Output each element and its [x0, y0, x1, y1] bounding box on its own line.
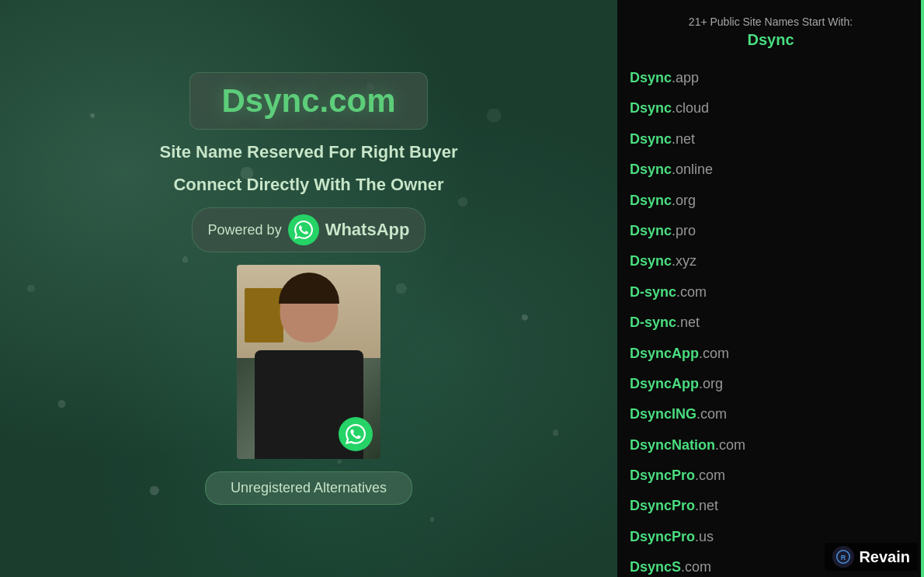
domain-regular-part: .com	[695, 468, 725, 483]
domain-bold-part: DsyncING	[630, 406, 696, 422]
left-content: Dsync.com Site Name Reserved For Right B…	[0, 0, 617, 577]
domain-bold-part: DsyncPro	[630, 468, 695, 483]
domain-list-item[interactable]: DsyncPro.net	[630, 491, 912, 521]
domain-list-item[interactable]: Dsync.xyz	[630, 246, 912, 276]
domain-list-item[interactable]: Dsync.app	[630, 63, 912, 93]
domain-list-item[interactable]: DsyncING.com	[630, 399, 912, 429]
domain-regular-part: .cloud	[672, 100, 709, 116]
avatar-container[interactable]	[237, 265, 380, 459]
right-header: 21+ Public Site Names Start With: Dsync	[617, 0, 924, 57]
domain-bold-part: Dsync	[630, 223, 672, 238]
domain-regular-part: .com	[696, 406, 727, 422]
domain-list-item[interactable]: D-sync.com	[630, 277, 912, 308]
domain-bold-part: Dsync	[630, 253, 672, 269]
domain-regular-part: .com	[681, 559, 711, 575]
scroll-indicator	[921, 0, 924, 577]
whatsapp-button[interactable]: Powered by WhatsApp	[192, 207, 426, 252]
domain-regular-part: .org	[672, 193, 696, 208]
domain-bold-part: Dsync	[630, 162, 672, 177]
domain-regular-part: .online	[672, 162, 713, 177]
revain-label: Revain	[859, 548, 910, 566]
domain-bold-part: Dsync	[630, 131, 672, 147]
domain-list-item[interactable]: Dsync.org	[630, 186, 912, 216]
tagline-connect: Connect Directly With The Owner	[173, 175, 443, 195]
revain-badge: R Revain	[825, 543, 918, 571]
domain-list-item[interactable]: DsyncApp.com	[630, 339, 912, 369]
domain-bold-part: DsyncApp	[630, 346, 699, 361]
domain-list-item[interactable]: Dsync.cloud	[630, 93, 912, 123]
domain-title-box: Dsync.com	[189, 72, 427, 130]
domain-bold-part: DsyncPro	[630, 529, 695, 544]
powered-by-text: Powered by	[208, 222, 282, 238]
domain-bold-part: D-sync	[630, 284, 676, 300]
domain-title: Dsync.com	[221, 82, 395, 120]
domain-regular-part: .net	[676, 315, 700, 330]
right-panel: 21+ Public Site Names Start With: Dsync …	[617, 0, 924, 577]
avatar-whatsapp-badge[interactable]	[339, 417, 373, 451]
domain-regular-part: .net	[695, 498, 718, 513]
domain-list-item[interactable]: Dsync.online	[630, 155, 912, 185]
domain-bold-part: DsyncPro	[630, 498, 695, 513]
domain-bold-part: DsyncApp	[630, 376, 699, 391]
domain-regular-part: .net	[672, 131, 695, 147]
domain-bold-part: Dsync	[630, 100, 672, 116]
left-panel: Dsync.com Site Name Reserved For Right B…	[0, 0, 617, 577]
domain-list-item[interactable]: D-sync.net	[630, 308, 912, 338]
domain-list-item[interactable]: Dsync.pro	[630, 216, 912, 246]
domain-list-item[interactable]: DsyncApp.org	[630, 369, 912, 399]
domain-regular-part: .org	[699, 376, 723, 391]
header-subtitle: 21+ Public Site Names Start With:	[630, 16, 912, 28]
domain-bold-part: Dsync	[630, 193, 672, 208]
domain-bold-part: DsyncNation	[630, 437, 715, 453]
domain-list[interactable]: Dsync.appDsync.cloudDsync.netDsync.onlin…	[617, 57, 924, 577]
whatsapp-icon	[288, 214, 319, 245]
alternatives-button[interactable]: Unregistered Alternatives	[205, 471, 412, 505]
domain-regular-part: .pro	[672, 223, 696, 238]
domain-regular-part: .com	[699, 346, 729, 361]
domain-regular-part: .com	[715, 437, 745, 453]
svg-text:R: R	[841, 554, 846, 561]
domain-list-item[interactable]: DsyncNation.com	[630, 430, 912, 461]
revain-icon: R	[832, 546, 854, 568]
whatsapp-label: WhatsApp	[325, 220, 410, 240]
domain-bold-part: Dsync	[630, 70, 672, 85]
domain-bold-part: DsyncS	[630, 559, 681, 575]
tagline-reserved: Site Name Reserved For Right Buyer	[160, 142, 458, 162]
domain-regular-part: .app	[672, 70, 699, 85]
domain-bold-part: D-sync	[630, 315, 676, 330]
domain-regular-part: .com	[676, 284, 707, 300]
domain-regular-part: .xyz	[672, 253, 696, 269]
domain-regular-part: .us	[695, 529, 714, 544]
domain-list-item[interactable]: DsyncPro.com	[630, 461, 912, 491]
domain-list-item[interactable]: Dsync.net	[630, 124, 912, 155]
header-title: Dsync	[630, 31, 912, 49]
